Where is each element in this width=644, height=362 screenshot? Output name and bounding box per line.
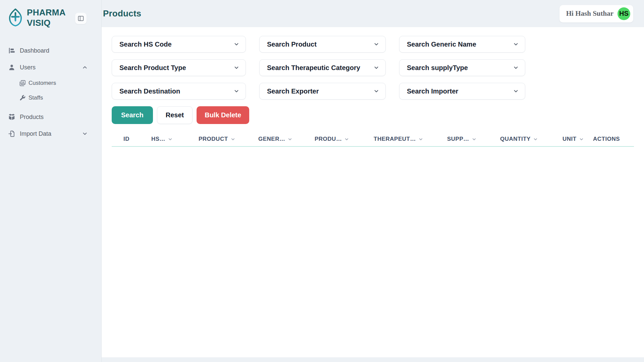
sort-chevron-icon — [533, 137, 538, 142]
sidebar-item-label: Dashboard — [20, 47, 49, 54]
filter-destination[interactable]: Search Destination — [112, 83, 246, 100]
column-header-product[interactable]: PRODUCT — [199, 136, 258, 142]
contact-card-icon — [19, 80, 26, 86]
filter-exporter[interactable]: Search Exporter — [259, 83, 386, 100]
user-greeting: Hi Hash Suthar — [566, 9, 613, 18]
filter-label: Search Product — [267, 41, 317, 48]
sort-chevron-icon — [418, 137, 423, 142]
app-root: PHARMA VISIQ Dashboard Users — [0, 0, 644, 362]
sidebar-users-submenu: Customers Staffs — [8, 76, 101, 105]
chevron-down-icon — [82, 131, 88, 137]
sidebar-toggle-button[interactable] — [75, 13, 87, 24]
panel-toggle-icon — [77, 15, 84, 22]
filter-product-type[interactable]: Search Product Type — [112, 59, 246, 76]
file-import-icon — [8, 130, 15, 137]
filter-product[interactable]: Search Product — [259, 36, 386, 53]
sidebar-item-staffs[interactable]: Staffs — [19, 90, 101, 105]
user-menu[interactable]: Hi Hash Suthar HS — [559, 5, 633, 22]
avatar: HS — [618, 7, 630, 20]
chevron-down-icon — [233, 88, 239, 94]
bar-chart-icon — [8, 47, 15, 54]
main-area: Products Hi Hash Suthar HS Search HS Cod… — [102, 0, 644, 362]
chevron-down-icon — [373, 65, 379, 71]
column-header-product-type[interactable]: PRODU… — [315, 136, 374, 142]
chevron-down-icon — [513, 88, 519, 94]
sort-chevron-icon — [230, 137, 235, 142]
chevron-down-icon — [373, 41, 379, 47]
action-button-row: Search Reset Bulk Delete — [112, 106, 634, 124]
chevron-down-icon — [513, 65, 519, 71]
sort-chevron-icon — [344, 137, 349, 142]
reset-button[interactable]: Reset — [157, 106, 193, 124]
sidebar: PHARMA VISIQ Dashboard Users — [0, 0, 102, 362]
sort-chevron-icon — [472, 137, 477, 142]
sidebar-item-products[interactable]: Products — [8, 109, 101, 125]
sidebar-item-label: Import Data — [20, 130, 51, 137]
sidebar-item-users[interactable]: Users — [8, 59, 101, 76]
table-empty-area — [112, 147, 634, 348]
wrench-icon — [19, 95, 26, 101]
logo-row: PHARMA VISIQ — [8, 7, 101, 28]
filter-therapeutic-category[interactable]: Search Therapeutic Category — [259, 59, 386, 76]
table-header-row: ID HS… PRODUCT GENER… PRODU… — [112, 132, 634, 147]
filter-label: Search HS Code — [119, 41, 172, 48]
search-button[interactable]: Search — [112, 106, 153, 124]
chevron-down-icon — [233, 41, 239, 47]
topbar: Products Hi Hash Suthar HS — [102, 0, 644, 27]
chevron-down-icon — [373, 88, 379, 94]
brand-line-2: VISIQ — [27, 18, 66, 28]
column-header-id: ID — [123, 136, 151, 142]
sidebar-item-label: Staffs — [29, 95, 43, 101]
column-header-actions: ACTIONS — [593, 136, 620, 142]
chevron-down-icon — [233, 65, 239, 71]
chevron-down-icon — [513, 41, 519, 47]
sidebar-item-customers[interactable]: Customers — [19, 76, 101, 90]
column-header-quantity[interactable]: QUANTITY — [500, 136, 562, 142]
sort-chevron-icon — [579, 137, 584, 142]
sidebar-item-import-data[interactable]: Import Data — [8, 125, 101, 142]
filter-label: Search Therapeutic Category — [267, 64, 360, 72]
column-header-unit[interactable]: UNIT — [562, 136, 593, 142]
filter-hs-code[interactable]: Search HS Code — [112, 36, 246, 53]
bulk-delete-button[interactable]: Bulk Delete — [197, 106, 249, 124]
column-header-supply-type[interactable]: SUPP… — [447, 136, 500, 142]
chevron-up-icon — [82, 64, 88, 70]
filter-label: Search Product Type — [119, 64, 186, 72]
content-panel: Search HS Code Search Product Search Gen… — [102, 27, 644, 357]
pharma-leaf-logo-icon — [8, 8, 23, 27]
filter-importer[interactable]: Search Importer — [399, 83, 525, 100]
sidebar-item-dashboard[interactable]: Dashboard — [8, 42, 101, 59]
filter-label: Search Generic Name — [407, 41, 476, 48]
filter-label: Search Importer — [407, 87, 458, 95]
page-title: Products — [103, 8, 141, 19]
column-header-generic-name[interactable]: GENER… — [258, 136, 315, 142]
sort-chevron-icon — [168, 137, 173, 142]
user-icon — [8, 64, 15, 71]
sidebar-item-label: Products — [20, 114, 44, 121]
filter-label: Search supplyType — [407, 64, 468, 72]
filter-label: Search Destination — [119, 87, 180, 95]
brand-line-1: PHARMA — [27, 7, 66, 18]
sidebar-item-label: Customers — [29, 80, 56, 86]
filter-grid: Search HS Code Search Product Search Gen… — [112, 36, 634, 100]
column-header-hs-code[interactable]: HS… — [151, 136, 199, 142]
sidebar-nav: Dashboard Users — [8, 42, 101, 142]
open-box-icon — [8, 113, 15, 121]
column-header-therapeutic[interactable]: THERAPEUT… — [374, 136, 447, 142]
brand-name: PHARMA VISIQ — [27, 7, 66, 28]
filter-supply-type[interactable]: Search supplyType — [399, 59, 525, 76]
filter-label: Search Exporter — [267, 87, 319, 95]
sort-chevron-icon — [287, 137, 292, 142]
sidebar-item-label: Users — [20, 64, 36, 71]
filter-generic-name[interactable]: Search Generic Name — [399, 36, 525, 53]
